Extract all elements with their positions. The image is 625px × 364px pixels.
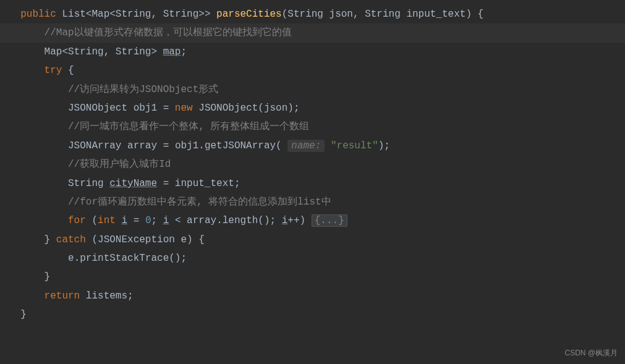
fold-marker[interactable]: {...} (312, 214, 347, 227)
keyword-new: new (175, 103, 193, 114)
type-jsonexception: JSONException (98, 234, 175, 245)
code-line-3[interactable]: Map<String, String> map; (0, 43, 625, 61)
code-line-1[interactable]: public List<Map<String, String>> parseCi… (0, 5, 625, 23)
code-line-16[interactable]: return listems; (0, 287, 625, 305)
type-jsonobject: JSONObject (68, 103, 127, 114)
code-line-9[interactable]: //获取用户输入城市Id (0, 155, 625, 174)
code-line-7[interactable]: //同一城市信息看作一个整体, 所有整体组成一个数组 (0, 117, 625, 136)
comment: //Map以键值形式存储数据，可以根据它的键找到它的值 (45, 27, 292, 38)
var-listems: listems (86, 290, 127, 302)
param-name-1: json (330, 9, 353, 20)
type-string: String (163, 9, 199, 20)
method-printstacktrace: printStackTrace (80, 253, 169, 264)
type-list: List (62, 9, 85, 20)
code-line-14[interactable]: e.printStackTrace(); (0, 249, 625, 268)
type-map: Map (91, 9, 109, 20)
code-line-11[interactable]: //for循环遍历数组中各元素, 将符合的信息添加到list中 (0, 193, 625, 211)
comment: //同一城市信息看作一个整体, 所有整体组成一个数组 (68, 121, 309, 132)
code-line-8[interactable]: JSONArray array = obj1.getJSONArray( nam… (0, 137, 625, 155)
var-i: i (121, 215, 127, 226)
comment: //访问结果转为JSONObject形式 (68, 84, 218, 95)
var-array: array (127, 140, 157, 151)
var-map: map (163, 46, 181, 57)
keyword-int: int (98, 215, 116, 226)
comment: //for循环遍历数组中各元素, 将符合的信息添加到list中 (68, 197, 331, 208)
param-hint: name: (287, 140, 325, 152)
var-cityname: cityName (109, 178, 157, 189)
keyword-try: try (45, 65, 62, 76)
comment: //获取用户输入城市Id (68, 159, 171, 170)
obj-e: e (68, 253, 74, 264)
var-obj1: obj1 (134, 103, 157, 114)
code-line-4[interactable]: try { (0, 61, 625, 80)
code-line-12[interactable]: for (int i = 0; i < array.length(); i++)… (0, 211, 625, 230)
type-string: String (68, 178, 104, 189)
var-array: array (187, 215, 216, 226)
param-name-2: input_text (406, 9, 466, 20)
code-line-6[interactable]: JSONObject obj1 = new JSONObject(json); (0, 99, 625, 117)
var-i: i (163, 215, 169, 226)
param-type-2: String (365, 9, 401, 20)
code-line-10[interactable]: String cityName = input_text; (0, 174, 625, 193)
keyword-return: return (45, 290, 80, 302)
obj-obj1: obj1 (175, 140, 198, 151)
ctor-jsonobject: JSONObject (198, 103, 258, 114)
type-string: String (68, 46, 104, 57)
method-length: length (223, 215, 258, 226)
var-i: i (282, 215, 288, 226)
param-type-1: String (287, 9, 323, 20)
watermark: CSDN @枫溪月 (564, 346, 618, 360)
keyword-public: public (20, 9, 56, 20)
arg-json: json (264, 103, 287, 114)
keyword-for: for (68, 215, 86, 226)
code-line-13[interactable]: } catch (JSONException e) { (0, 231, 625, 249)
keyword-catch: catch (56, 234, 86, 245)
number-zero: 0 (145, 215, 151, 226)
type-jsonarray: JSONArray (68, 140, 121, 151)
code-line-5[interactable]: //访问结果转为JSONObject形式 (0, 80, 625, 99)
code-line-15[interactable]: } (0, 268, 625, 286)
code-line-2[interactable]: //Map以键值形式存储数据，可以根据它的键找到它的值 (0, 23, 625, 42)
var-e: e (181, 234, 187, 245)
type-string: String (116, 9, 151, 20)
type-string: String (116, 46, 151, 57)
string-result: "result" (331, 140, 378, 151)
code-line-17[interactable]: } (0, 305, 625, 324)
rhs-inputtext: input_text (175, 178, 234, 189)
method-name: parseCities (216, 9, 282, 20)
method-getjsonarray: getJSONArray (205, 140, 276, 151)
type-map: Map (45, 46, 62, 57)
